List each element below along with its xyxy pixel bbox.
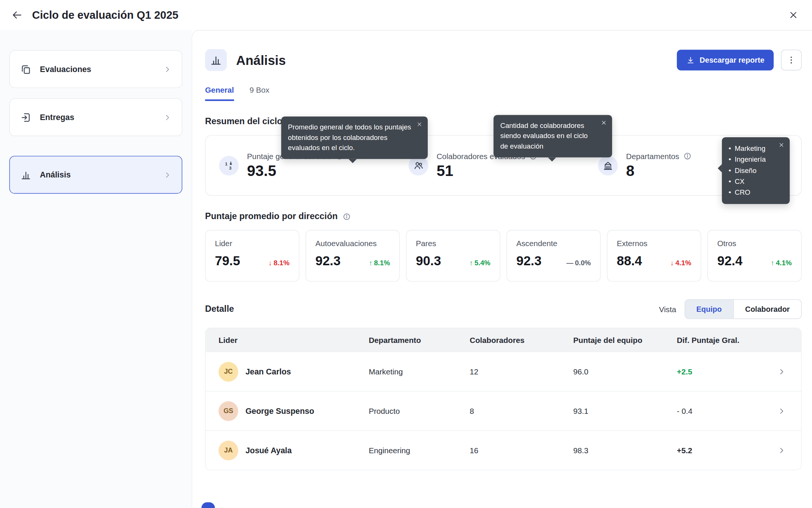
main-panel: Análisis Descargar reporte General 9 Box… — [192, 30, 812, 508]
direction-card-label: Externos — [617, 239, 692, 247]
chevron-right-icon[interactable] — [777, 407, 786, 415]
diff-cell: +2.5 — [677, 367, 777, 376]
direction-card-delta: ↑8.1% — [369, 259, 390, 267]
close-button[interactable] — [788, 10, 799, 20]
avatar: JC — [218, 362, 238, 381]
direction-card-otros: Otros 92.4 ↑4.1% — [707, 230, 801, 282]
detail-section-header: Detalle Vista Equipo Colaborador — [205, 299, 802, 319]
direction-card-value: 92.3 — [315, 253, 340, 268]
direction-card-ascendente: Ascendente 92.3 —0.0% — [507, 230, 601, 282]
close-icon — [788, 10, 799, 20]
tooltip-close-icon[interactable] — [778, 142, 785, 148]
chevron-right-icon — [163, 113, 171, 122]
download-report-button[interactable]: Descargar reporte — [677, 50, 774, 70]
teams-table: Lider Departamento Colaboradores Puntaje… — [205, 328, 802, 470]
table-row[interactable]: JA Josué Ayala Engineering 16 98.3 +5.2 — [206, 430, 801, 470]
sidebar-item-analisis[interactable]: Análisis — [9, 156, 182, 194]
sidebar-item-label: Entregas — [40, 113, 74, 122]
table-header-row: Lider Departamento Colaboradores Puntaje… — [206, 328, 801, 352]
back-button[interactable] — [11, 9, 23, 21]
avatar: JA — [218, 440, 238, 460]
team-score-cell: 98.3 — [573, 446, 677, 454]
back-arrow-icon — [11, 9, 23, 21]
direction-card-delta: ↑4.1% — [771, 259, 792, 267]
table-row[interactable]: JC Jean Carlos Marketing 12 96.0 +2.5 — [206, 352, 801, 391]
direction-card-value: 92.4 — [717, 253, 742, 268]
direction-card-value: 88.4 — [617, 253, 642, 268]
layout: Evaluaciones Entregas Análisis Análisis — [0, 30, 812, 508]
collaborators-cell: 8 — [470, 406, 573, 415]
sidebar-item-evaluaciones[interactable]: Evaluaciones — [9, 50, 182, 88]
chevron-right-icon — [163, 65, 171, 73]
bar-chart-icon — [20, 169, 32, 180]
trend-down-icon: ↓ — [670, 259, 674, 267]
direction-card-label: Lider — [215, 239, 290, 247]
leader-name: Jean Carlos — [245, 367, 291, 376]
direction-card-lider: Lider 79.5 ↓8.1% — [205, 230, 299, 282]
metric-value: 93.5 — [247, 162, 343, 180]
collaborators-cell: 12 — [470, 367, 573, 376]
direction-card-label: Ascendente — [516, 239, 591, 247]
department-item: Ingeniería — [729, 154, 776, 165]
direction-card-delta: ↓4.1% — [670, 259, 691, 267]
direction-card-delta: ↑5.4% — [469, 259, 490, 267]
view-option-equipo[interactable]: Equipo — [685, 300, 733, 319]
copy-documents-icon — [20, 63, 32, 75]
more-options-button[interactable] — [781, 50, 801, 70]
view-option-colaborador[interactable]: Colaborador — [733, 300, 801, 319]
direction-card-delta: —0.0% — [566, 259, 591, 267]
summary-heading: Resumen del ciclo — [205, 117, 283, 127]
tooltip-close-icon[interactable] — [601, 120, 607, 126]
chevron-right-icon[interactable] — [777, 446, 786, 454]
sidebar: Evaluaciones Entregas Análisis — [0, 30, 192, 508]
analysis-chip — [205, 49, 227, 71]
panel-actions: Descargar reporte — [677, 50, 801, 70]
tooltip-text: Promedio general de todos los puntajes o… — [288, 123, 411, 152]
department-item: CRO — [729, 187, 776, 198]
chevron-right-icon[interactable] — [777, 367, 786, 376]
trend-flat-icon: — — [566, 259, 573, 267]
table-row[interactable]: GS George Suspenso Producto 8 93.1 - 0.4 — [206, 391, 801, 430]
chevron-right-icon — [163, 171, 171, 179]
direction-card-label: Otros — [717, 239, 792, 247]
direction-heading: Puntaje promedio por dirección — [205, 211, 338, 222]
tab-9box[interactable]: 9 Box — [250, 86, 269, 101]
app-window: Ciclo de evaluación Q1 2025 Evaluaciones… — [0, 0, 812, 508]
tooltip-text: Cantidad de colaboradores siendo evaluad… — [500, 122, 588, 150]
bar-chart-icon — [210, 54, 222, 66]
avatar: GS — [218, 401, 238, 421]
view-switcher: Equipo Colaborador — [684, 299, 801, 319]
team-score-cell: 93.1 — [573, 406, 677, 415]
column-header-puntaje: Puntaje del equipo — [573, 335, 677, 344]
column-header-colaboradores: Colaboradores — [470, 335, 573, 344]
department-item: Marketing — [729, 143, 776, 154]
column-header-lider: Lider — [218, 335, 368, 344]
direction-card-delta: ↓8.1% — [269, 259, 290, 267]
download-report-label: Descargar reporte — [700, 56, 764, 64]
direction-cards: Lider 79.5 ↓8.1% Autoevaluaciones 92.3 ↑… — [205, 230, 802, 282]
collaborators-cell: 16 — [470, 446, 573, 454]
tooltip-overall-score: Promedio general de todos los puntajes o… — [281, 117, 428, 159]
sidebar-item-entregas[interactable]: Entregas — [9, 98, 182, 136]
direction-card-value: 79.5 — [215, 253, 240, 268]
page-title: Ciclo de evaluación Q1 2025 — [32, 9, 179, 21]
direction-card-value: 92.3 — [516, 253, 541, 268]
direction-card-value: 90.3 — [416, 253, 441, 268]
detail-heading: Detalle — [205, 304, 234, 314]
direction-card-label: Autoevaluaciones — [315, 239, 390, 247]
tooltip-departments: Marketing Ingeniería Diseño CX CRO — [722, 137, 790, 204]
kebab-menu-icon — [786, 55, 797, 65]
tooltip-close-icon[interactable] — [417, 121, 423, 128]
trend-down-icon: ↓ — [269, 259, 272, 267]
svg-text:3: 3 — [229, 165, 232, 170]
department-cell: Marketing — [369, 367, 470, 376]
leader-name: Josué Ayala — [245, 446, 292, 455]
metric-label: Departamentos — [626, 152, 680, 160]
document-export-icon — [20, 111, 32, 123]
tab-general[interactable]: General — [205, 86, 234, 101]
info-icon[interactable] — [343, 213, 351, 221]
metric-value: 51 — [436, 162, 537, 180]
sidebar-item-label: Evaluaciones — [40, 65, 91, 74]
info-icon[interactable] — [683, 152, 691, 160]
svg-text:1: 1 — [225, 161, 228, 166]
